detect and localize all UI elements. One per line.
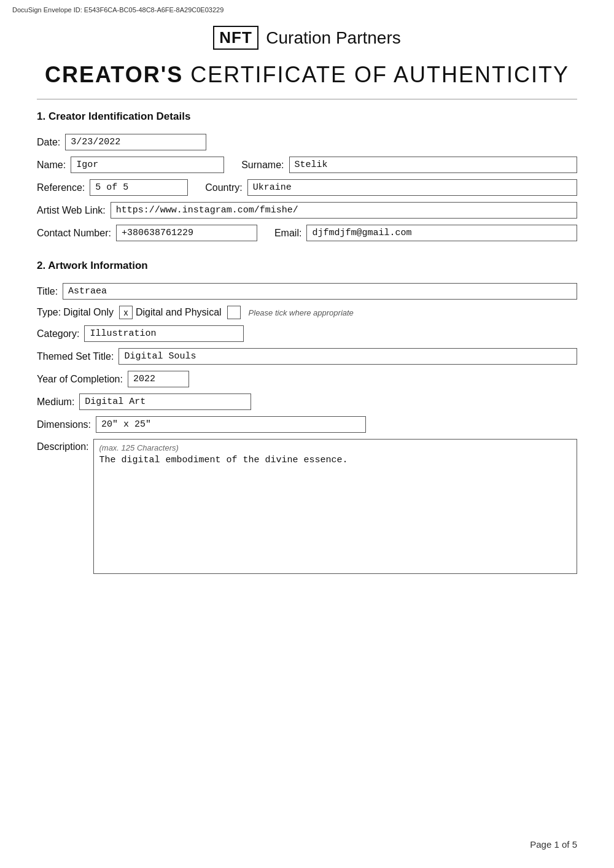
contact-value: +380638761229 bbox=[116, 225, 257, 241]
reference-label: Reference: bbox=[37, 182, 85, 193]
digital-only-label: Digital Only bbox=[63, 307, 114, 318]
year-value: 2022 bbox=[128, 371, 189, 387]
category-label: Category: bbox=[37, 328, 79, 339]
country-value: Ukraine bbox=[247, 179, 577, 196]
type-label: Type: bbox=[37, 307, 61, 318]
date-row: Date: 3/23/2022 bbox=[37, 134, 577, 150]
dimensions-label: Dimensions: bbox=[37, 419, 91, 430]
checkbox-digital-physical[interactable] bbox=[227, 306, 241, 319]
docusign-header: DocuSign Envelope ID: E543F6CA-BC05-48C8… bbox=[0, 0, 614, 20]
title-rest: CERTIFICATE OF AUTHENTICITY bbox=[183, 62, 569, 87]
tick-note: Please tick where appropriate bbox=[249, 308, 354, 317]
title-label: Title: bbox=[37, 286, 58, 297]
nft-logo-box: NFT bbox=[213, 26, 258, 50]
description-row: Description: (max. 125 Characters) The d… bbox=[37, 439, 577, 574]
dimensions-row: Dimensions: 20″ x 25″ bbox=[37, 416, 577, 433]
description-hint: (max. 125 Characters) bbox=[99, 443, 572, 452]
surname-label: Surname: bbox=[241, 160, 284, 171]
medium-label: Medium: bbox=[37, 397, 74, 408]
reference-row: Reference: 5 of 5 Country: Ukraine bbox=[37, 179, 577, 196]
contact-label: Contact Number: bbox=[37, 228, 111, 239]
reference-value: 5 of 5 bbox=[90, 179, 188, 196]
title-bold: CREATOR'S bbox=[45, 62, 183, 87]
content-area: 1. Creator Identification Details Date: … bbox=[0, 110, 614, 574]
docusign-text: DocuSign Envelope ID: E543F6CA-BC05-48C8… bbox=[12, 6, 223, 14]
type-row: Type: Digital Only x Digital and Physica… bbox=[37, 306, 577, 319]
date-value: 3/23/2022 bbox=[65, 134, 206, 150]
section1: 1. Creator Identification Details Date: … bbox=[37, 110, 577, 241]
web-label: Artist Web Link: bbox=[37, 205, 106, 216]
web-value: https://www.instagram.com/fmishe/ bbox=[111, 202, 577, 219]
name-label: Name: bbox=[37, 160, 66, 171]
name-value: Igor bbox=[71, 157, 224, 173]
country-label: Country: bbox=[205, 182, 242, 193]
brand-name: Curation Partners bbox=[266, 28, 400, 48]
surname-value: Stelik bbox=[289, 157, 578, 173]
category-value: Illustration bbox=[84, 325, 244, 342]
themed-row: Themed Set Title: Digital Souls bbox=[37, 348, 577, 365]
logo-area: NFT Curation Partners bbox=[0, 26, 614, 50]
email-value: djfmdjfm@gmail.com bbox=[306, 225, 577, 241]
artwork-title-value: Astraea bbox=[63, 283, 577, 300]
main-title-area: CREATOR'S CERTIFICATE OF AUTHENTICITY bbox=[37, 62, 577, 88]
medium-row: Medium: Digital Art bbox=[37, 393, 577, 410]
section2: 2. Artwork Information Title: Astraea Ty… bbox=[37, 260, 577, 574]
date-label: Date: bbox=[37, 137, 60, 148]
category-row: Category: Illustration bbox=[37, 325, 577, 342]
main-title: CREATOR'S CERTIFICATE OF AUTHENTICITY bbox=[37, 62, 577, 88]
artwork-title-row: Title: Astraea bbox=[37, 283, 577, 300]
medium-value: Digital Art bbox=[79, 393, 251, 410]
description-box: (max. 125 Characters) The digital embodi… bbox=[93, 439, 577, 574]
section2-title: 2. Artwork Information bbox=[37, 260, 577, 272]
dimensions-value: 20″ x 25″ bbox=[96, 416, 366, 433]
section1-title: 1. Creator Identification Details bbox=[37, 110, 577, 123]
page: DocuSign Envelope ID: E543F6CA-BC05-48C8… bbox=[0, 0, 614, 868]
year-row: Year of Completion: 2022 bbox=[37, 371, 577, 387]
checkbox-digital-only[interactable]: x bbox=[119, 306, 133, 319]
email-label: Email: bbox=[274, 228, 301, 239]
contact-row: Contact Number: +380638761229 Email: djf… bbox=[37, 225, 577, 241]
themed-value: Digital Souls bbox=[119, 348, 577, 365]
themed-label: Themed Set Title: bbox=[37, 351, 114, 362]
year-label: Year of Completion: bbox=[37, 374, 123, 385]
title-divider bbox=[37, 99, 577, 99]
digital-physical-label: Digital and Physical bbox=[136, 307, 222, 318]
description-value: The digital embodiment of the divine ess… bbox=[99, 455, 348, 465]
page-number: Page 1 of 5 bbox=[530, 839, 577, 850]
web-row: Artist Web Link: https://www.instagram.c… bbox=[37, 202, 577, 219]
name-row: Name: Igor Surname: Stelik bbox=[37, 157, 577, 173]
description-label: Description: bbox=[37, 439, 88, 452]
